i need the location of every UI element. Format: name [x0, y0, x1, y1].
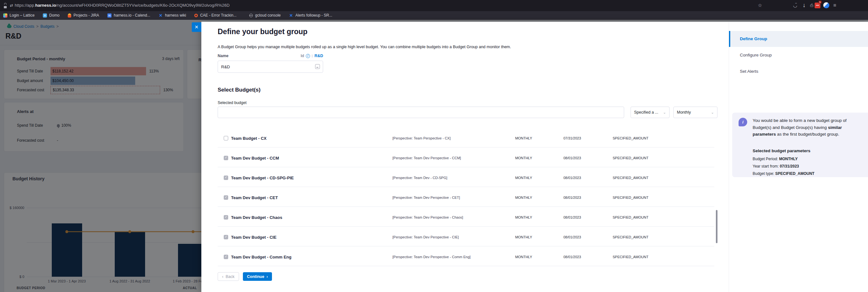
close-icon[interactable]: ✕ — [192, 22, 202, 32]
bookmark-item[interactable]: D Domo — [43, 13, 59, 17]
budget-type: SPECIFIED_AMOUNT — [613, 235, 648, 239]
param-line: Budget Period: MONTHLY — [753, 157, 814, 161]
info-icon[interactable]: i — [306, 54, 310, 58]
modal-title: Define your budget group — [218, 28, 307, 36]
extension-dots: ••• — [816, 4, 819, 7]
lock-icon — [2, 2, 8, 9]
select-budgets-heading: Select Budget(s) — [218, 87, 260, 93]
budget-row[interactable]: Team Budget - CX [Perspective: Team Pers… — [218, 129, 714, 147]
budget-type: SPECIFIED_AMOUNT — [613, 136, 648, 140]
budget-period: MONTHLY — [515, 196, 532, 199]
site-permissions-icon[interactable]: ⇄ — [8, 2, 15, 9]
wizard-step-define-group[interactable]: Define Group — [729, 31, 868, 47]
menu-icon[interactable]: ≡ — [832, 2, 838, 9]
budget-checkbox[interactable] — [224, 176, 228, 180]
id-value[interactable]: R&D — [314, 53, 323, 58]
modal-description: A Budget Group helps you manage multiple… — [218, 45, 511, 49]
params-title: Selected budget parameters — [753, 148, 810, 153]
param-line: Year start from: 07/31/2023 — [753, 164, 814, 169]
budget-start-date: 08/01/2023 — [563, 235, 581, 239]
extension-badge: 1 — [818, 1, 822, 3]
bookmark-label: CAE - Error Trackin... — [200, 13, 237, 17]
wizard-step-set-alerts[interactable]: Set Alerts — [729, 64, 868, 79]
password-manager-extension-icon[interactable]: ••• 1 — [815, 3, 820, 8]
bookmark-star-icon[interactable]: ☆ — [757, 2, 763, 9]
budget-perspective: [Perspective: Team Dev Perspective - CET… — [393, 196, 460, 199]
budget-period: MONTHLY — [515, 136, 532, 140]
name-input[interactable] — [218, 61, 323, 73]
bookmark-item[interactable]: ✕ harness wiki — [158, 13, 186, 17]
bookmark-item[interactable]: Projects - JIRA — [68, 13, 99, 17]
back-button[interactable]: ‹ Back — [218, 272, 239, 281]
budget-start-date: 08/01/2023 — [563, 176, 581, 180]
budget-checkbox[interactable] — [224, 136, 228, 140]
budget-period-value: Monthly — [677, 110, 691, 115]
budget-name: Team Dev Budget - CIE — [231, 234, 276, 239]
budget-checkbox[interactable] — [224, 235, 228, 239]
budget-checkbox[interactable] — [224, 156, 228, 160]
budget-perspective: [Perspective: Team Dev Perspective - CCM… — [393, 156, 461, 160]
budget-name: Team Dev Budget - CCM — [231, 155, 279, 160]
budget-type: SPECIFIED_AMOUNT — [613, 215, 648, 219]
selected-budget-input[interactable] — [218, 107, 624, 118]
profile-avatar[interactable] — [823, 2, 829, 8]
browser-url-bar: ⇄ https://app.harness.io/ng/account/wFHX… — [0, 0, 868, 11]
budget-start-date: 08/01/2023 — [563, 215, 581, 219]
chevron-down-icon: ⌄ — [711, 110, 714, 115]
rocket-favicon-icon — [68, 13, 71, 17]
budget-name: Team Budget - CX — [231, 136, 267, 140]
budget-perspective: [Perspective: Team Dev - CD-SPG] — [393, 176, 447, 180]
bookmark-label: harness wiki — [165, 13, 186, 17]
budget-checkbox[interactable] — [224, 195, 228, 200]
domo-favicon-icon: D — [43, 13, 47, 17]
bookmark-item[interactable]: ✕ Alerts followup - SR... — [289, 13, 332, 17]
budget-row[interactable]: Team Dev Budget - Comm Eng [Perspective:… — [218, 248, 714, 266]
budget-row[interactable]: Team Dev Budget - CCM [Perspective: Team… — [218, 149, 714, 167]
budget-start-date: 07/31/2023 — [563, 136, 581, 140]
budget-row[interactable]: Team Dev Budget - CET [Perspective: Team… — [218, 188, 714, 207]
budget-checkbox[interactable] — [224, 215, 228, 220]
bookmark-label: Alerts followup - SR... — [295, 13, 332, 17]
budget-row[interactable]: Team Dev Budget - CD-SPG-PIE [Perspectiv… — [218, 169, 714, 187]
budget-period: MONTHLY — [515, 255, 532, 259]
budget-perspective: [Perspective: Team Dev Perspective - Com… — [393, 255, 470, 259]
budget-list: Team Budget - CX [Perspective: Team Pers… — [218, 129, 714, 267]
params-list: Budget Period: MONTHLYYear start from: 0… — [753, 157, 814, 179]
bookmark-item[interactable]: CAE - Error Trackin... — [194, 13, 237, 17]
budget-period: MONTHLY — [515, 156, 532, 160]
budget-row[interactable]: Team Dev Budget - CIE [Perspective: Team… — [218, 228, 714, 246]
gcal-favicon-icon: 31 — [107, 13, 112, 17]
downloads-icon[interactable]: ⭣ — [801, 2, 807, 9]
chevron-left-icon: ‹ — [222, 275, 223, 279]
continue-button[interactable]: Continue › — [243, 272, 272, 281]
pocket-icon[interactable]: ◡̈ — [792, 2, 798, 9]
budget-period-dropdown[interactable]: Monthly ⌄ — [673, 107, 717, 118]
budget-type-dropdown[interactable]: Specified a ... ⌄ — [630, 107, 670, 118]
url-text[interactable]: https://app.harness.io/ng/account/wFHXHD… — [15, 3, 229, 8]
lattice-favicon-icon — [3, 13, 7, 17]
bookmark-label: Login – Lattice — [9, 13, 34, 17]
wizard-step-configure-group[interactable]: Configure Group — [729, 47, 868, 63]
id-separator: : — [312, 53, 313, 58]
id-label: Id — [301, 53, 304, 58]
bookmark-item[interactable]: Login – Lattice — [3, 13, 34, 17]
selected-budget-label: Selected budget — [218, 101, 246, 105]
info-text: You would be able to form a new budget g… — [753, 117, 863, 138]
sidebar-extension-icon[interactable]: ⎙ — [809, 2, 815, 9]
param-line: Budget type: SPECIFIED_AMOUNT — [753, 171, 814, 176]
bookmark-label: gcloud console — [255, 13, 281, 17]
budget-name: Team Dev Budget - CD-SPG-PIE — [231, 175, 294, 180]
budget-perspective: [Perspective: Team Dev Perspective - Cha… — [393, 215, 463, 219]
confluence-favicon-icon: ✕ — [158, 13, 163, 17]
budget-row[interactable]: Team Dev Budget - Chaos [Perspective: Te… — [218, 208, 714, 227]
budget-checkbox[interactable] — [224, 255, 228, 259]
bookmarks-bar: Login – Lattice D Domo Projects - JIRA 3… — [0, 11, 868, 20]
bookmark-item[interactable]: gcloud console — [249, 13, 281, 17]
globe-favicon-icon — [249, 14, 253, 17]
budget-start-date: 08/01/2023 — [563, 196, 581, 199]
info-panel: i You would be able to form a new budget… — [732, 113, 868, 177]
id-group: Id i : R&D — [301, 53, 323, 58]
budget-type-value: Specified a ... — [634, 110, 658, 115]
list-scrollbar[interactable] — [716, 210, 717, 243]
bookmark-item[interactable]: 31 harness.io - Calend... — [107, 13, 150, 17]
